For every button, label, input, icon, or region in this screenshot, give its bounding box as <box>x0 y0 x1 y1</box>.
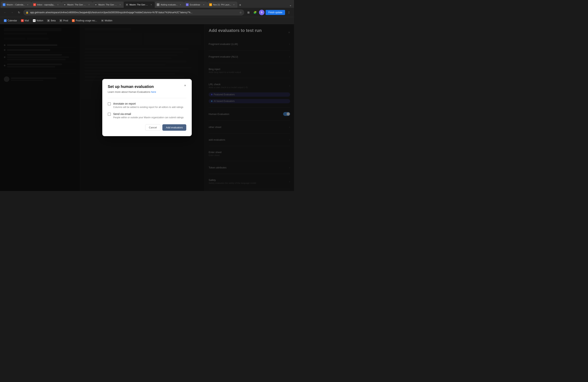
modal-subtitle: Learn more about Human Evaluations here <box>108 90 186 93</box>
tab-7-label: Excalidraw <box>190 3 201 6</box>
url-bar[interactable]: 🔒 app.getmaxim.ai/workspace/cln4nw1n8000… <box>23 9 244 16</box>
tab-3[interactable]: M Maxim: The Gen A... × <box>62 1 93 8</box>
toolbar-right: ⊞ 🧩 S Finish update ⋮ <box>246 10 292 15</box>
email-checkbox[interactable] <box>108 113 111 116</box>
tab-1-label: Maxim – Calenda... <box>7 3 25 6</box>
posthog-favicon: P <box>72 19 75 22</box>
tab-2[interactable]: M Inbox - sapna@g... × <box>31 1 62 8</box>
tab-7-favicon: E <box>186 3 189 6</box>
tab-1-close[interactable]: × <box>26 3 29 6</box>
mobbin-favicon: M <box>101 19 104 22</box>
tab-8-favicon: N <box>209 3 212 6</box>
bookmark-notion[interactable]: N Notion <box>31 19 45 23</box>
tab-3-close[interactable]: × <box>87 3 91 6</box>
modal-subtitle-link[interactable]: here <box>151 90 156 93</box>
tab-1-favicon: C <box>3 3 5 6</box>
tab-5-favicon: M <box>126 3 128 6</box>
forward-button[interactable]: → <box>9 10 15 15</box>
bookmark-calendar-label: Calendar <box>8 19 17 22</box>
tab-7[interactable]: E Excalidraw × <box>184 1 207 8</box>
cancel-button[interactable]: Cancel <box>145 124 160 131</box>
calendar-favicon: C <box>4 19 7 22</box>
tab-6-label: Adding evaluato... <box>161 3 178 6</box>
url-text: app.getmaxim.ai/workspace/cln4nw1n80000m… <box>30 11 238 14</box>
profile-avatar[interactable]: S <box>259 10 264 15</box>
back-button[interactable]: ← <box>2 10 8 15</box>
bookmark-posthog[interactable]: P Posthog usage rec... <box>70 19 99 23</box>
tab-8-close[interactable]: × <box>232 3 235 6</box>
checkbox-item-annotate: Annotate on report Columns will be added… <box>108 102 186 108</box>
extension-puzzle-icon[interactable]: 🧩 <box>252 10 258 15</box>
modal-footer: Cancel Add evaluators <box>108 124 186 131</box>
add-evaluators-button[interactable]: Add evaluators <box>162 124 186 131</box>
chrome-menu-icon[interactable]: ⋮ <box>286 10 292 15</box>
new-tab-button[interactable]: + <box>237 2 243 8</box>
bookmark-beta[interactable]: B Beta <box>45 19 57 23</box>
checkbox-group: Annotate on report Columns will be added… <box>108 102 186 119</box>
tab-6-favicon: + <box>157 3 159 6</box>
tab-3-favicon: M <box>63 3 66 6</box>
email-description: People within or outside your Maxim orga… <box>113 116 184 119</box>
tab-5[interactable]: M Maxim: The Gen A... × <box>124 1 155 8</box>
email-label[interactable]: Send via email <box>113 112 184 116</box>
tab-bar: C Maxim – Calenda... × M Inbox - sapna@g… <box>0 0 294 8</box>
modal-subtitle-prefix: Learn more about Human Evaluations <box>108 90 150 93</box>
bookmark-calendar[interactable]: C Calendar <box>2 19 19 23</box>
address-bar: ← → ↻ 🔒 app.getmaxim.ai/workspace/cln4nw… <box>0 8 294 17</box>
tab-3-label: Maxim: The Gen A... <box>67 3 86 6</box>
bookmark-mobbin-label: Mobbin <box>105 19 112 22</box>
tab-2-close[interactable]: × <box>56 3 60 6</box>
bookmark-notion-label: Notion <box>37 19 43 22</box>
checkbox-item-email: Send via email People within or outside … <box>108 112 186 119</box>
tab-4-label: Maxim: The Gen A... <box>98 3 117 6</box>
tab-4-close[interactable]: × <box>119 3 122 6</box>
tab-2-favicon: M <box>33 3 36 6</box>
bookmark-beta-label: Beta <box>51 19 56 22</box>
beta-favicon: B <box>47 19 50 22</box>
tab-overflow-button[interactable]: ⌄ <box>288 2 293 8</box>
extensions-icon[interactable]: ⊞ <box>246 10 251 15</box>
tab-8-label: Nov 21: PH Laun... <box>213 3 231 6</box>
email-label-group: Send via email People within or outside … <box>113 112 184 119</box>
annotate-description: Columns will be added to existing report… <box>113 106 183 108</box>
tab-7-close[interactable]: × <box>202 3 205 6</box>
annotate-label-group: Annotate on report Columns will be added… <box>113 102 183 108</box>
chrome-frame: C Maxim – Calenda... × M Inbox - sapna@g… <box>0 0 294 191</box>
mail-favicon: M <box>21 19 24 22</box>
bookmark-prod-label: Prod <box>63 19 68 22</box>
tab-1[interactable]: C Maxim – Calenda... × <box>1 1 31 8</box>
notion-favicon: N <box>33 19 36 22</box>
tab-4[interactable]: M Maxim: The Gen A... × <box>93 1 124 8</box>
main-area: Add evaluators to test run × Fragment ev… <box>0 24 294 191</box>
bookmark-prod[interactable]: P Prod <box>58 19 70 23</box>
annotate-label[interactable]: Annotate on report <box>113 102 183 105</box>
bookmark-mobbin[interactable]: M Mobbin <box>100 19 114 23</box>
modal-overlay: Set up human evaluation Learn more about… <box>0 24 294 191</box>
modal-close-button[interactable]: × <box>182 83 188 88</box>
reload-button[interactable]: ↻ <box>16 10 22 15</box>
tab-4-favicon: M <box>94 3 97 6</box>
tab-8[interactable]: N Nov 21: PH Laun... × <box>207 1 237 8</box>
annotate-checkbox[interactable] <box>108 102 111 106</box>
bookmarks-bar: C Calendar M Mail N Notion B Beta P Prod… <box>0 17 294 24</box>
prod-favicon: P <box>60 19 62 22</box>
tab-6[interactable]: + Adding evaluato... × <box>155 1 184 8</box>
tab-5-label: Maxim: The Gen A... <box>129 3 148 6</box>
modal-title: Set up human evaluation <box>108 85 186 89</box>
modal-dialog: Set up human evaluation Learn more about… <box>102 79 192 136</box>
bookmark-mail[interactable]: M Mail <box>20 19 31 23</box>
tab-2-label: Inbox - sapna@g... <box>37 3 55 6</box>
bookmark-star-icon[interactable]: ☆ <box>239 11 242 14</box>
bookmark-mail-label: Mail <box>25 19 29 22</box>
tab-6-close[interactable]: × <box>179 3 182 6</box>
tab-5-close[interactable]: × <box>150 3 153 6</box>
bookmark-posthog-label: Posthog usage rec... <box>76 19 97 22</box>
finish-update-button[interactable]: Finish update <box>266 10 285 15</box>
lock-icon: 🔒 <box>26 11 29 14</box>
modal-divider <box>108 98 186 98</box>
